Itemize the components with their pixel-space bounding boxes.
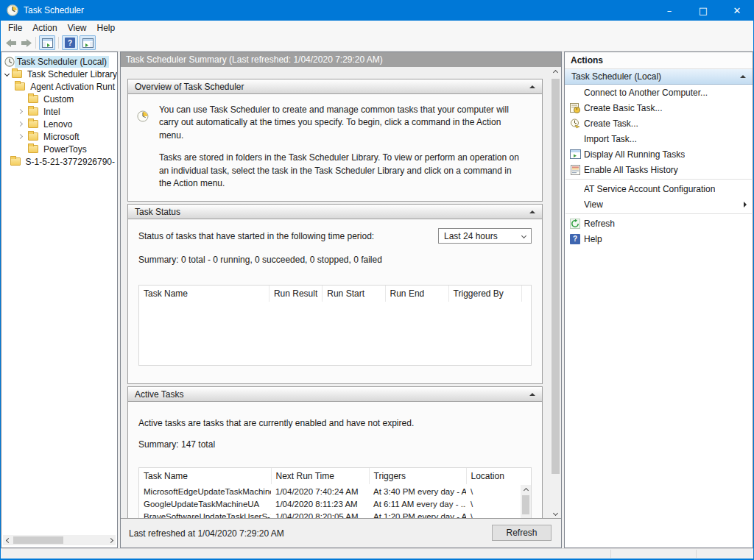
action-pane-icon	[82, 38, 94, 48]
time-period-label: Status of tasks that have started in the…	[138, 231, 374, 241]
location-cell: \	[466, 500, 477, 508]
scrollbar-thumb[interactable]	[522, 495, 529, 514]
column-header[interactable]: Task Name	[139, 468, 271, 484]
chevron-down-icon	[521, 233, 526, 238]
active-tasks-vertical-scrollbar[interactable]	[521, 485, 531, 518]
tree-item-task-scheduler-library[interactable]: Task Scheduler Library	[1, 68, 117, 80]
tree-item-label: Task Scheduler (Local)	[15, 56, 109, 68]
maximize-button[interactable]: □	[686, 0, 720, 21]
scroll-up-icon[interactable]	[521, 485, 531, 495]
action-refresh[interactable]: Refresh	[565, 216, 753, 231]
action-enable-all-tasks-history[interactable]: Enable All Tasks History	[565, 162, 753, 177]
time-period-select[interactable]: Last 24 hours	[438, 228, 532, 244]
action-create-basic-task[interactable]: Create Basic Task...	[565, 100, 753, 116]
create-basic-task-icon	[568, 103, 582, 113]
action-help[interactable]: ? Help	[565, 231, 753, 247]
collapse-icon[interactable]	[529, 85, 535, 88]
column-header[interactable]: Next Run Time	[271, 468, 369, 484]
location-cell: \	[466, 512, 477, 518]
help-toolbar-button[interactable]: ?	[62, 35, 78, 50]
forward-button[interactable]	[18, 36, 33, 49]
action-view[interactable]: View	[565, 196, 753, 212]
menu-view[interactable]: View	[63, 21, 92, 35]
action-item-label: Enable All Tasks History	[584, 165, 678, 175]
back-arrow-icon	[6, 39, 17, 47]
collapse-icon[interactable]	[529, 393, 535, 396]
column-header[interactable]: Location	[466, 468, 531, 484]
active-tasks-section-header[interactable]: Active Tasks	[128, 387, 542, 402]
scroll-right-icon[interactable]	[105, 535, 116, 545]
show-action-pane-button[interactable]	[80, 35, 96, 50]
table-row[interactable]: GoogleUpdateTaskMachineUA 1/04/2020 8:11…	[139, 497, 521, 510]
minimize-button[interactable]: –	[652, 0, 686, 21]
actions-group-header[interactable]: Task Scheduler (Local)	[565, 69, 753, 85]
tree-item-folder[interactable]: S-1-5-21-3772926790-	[1, 155, 117, 168]
overview-section-header[interactable]: Overview of Task Scheduler	[128, 79, 542, 94]
statusbar-separator	[696, 550, 697, 558]
tree-item-label: Agent Activation Runt	[28, 81, 117, 93]
folder-icon	[28, 107, 38, 116]
actions-panel-title: Actions	[565, 52, 753, 69]
collapse-icon[interactable]	[740, 75, 746, 78]
show-console-tree-button[interactable]	[39, 35, 55, 50]
menu-action[interactable]: Action	[27, 21, 62, 35]
column-header[interactable]: Triggers	[369, 468, 466, 484]
tree-item-label: Intel	[41, 106, 63, 118]
tasks-history-icon	[568, 165, 582, 175]
column-header[interactable]: Run End	[385, 286, 448, 302]
submenu-arrow-icon	[744, 202, 747, 208]
scrollbar-thumb[interactable]	[13, 536, 63, 544]
tree-item-folder[interactable]: Lenovo	[1, 118, 117, 130]
table-row[interactable]: MicrosoftEdgeUpdateTaskMachine... 1/04/2…	[139, 485, 521, 497]
overview-paragraph-1: You can use Task Scheduler to create and…	[159, 104, 526, 142]
summary-vertical-scrollbar[interactable]	[550, 67, 561, 518]
action-display-all-running-tasks[interactable]: Display All Running Tasks	[565, 146, 753, 162]
tree-item-folder[interactable]: Agent Activation Runt	[1, 80, 117, 93]
expander-right-icon[interactable]	[15, 110, 25, 113]
summary-footer: Last refreshed at 1/04/2020 7:29:20 AM R…	[121, 518, 561, 547]
window-border	[0, 0, 1, 560]
help-icon: ?	[568, 234, 582, 244]
close-button[interactable]: ✕	[720, 0, 754, 21]
refresh-button[interactable]: Refresh	[492, 525, 552, 541]
tree-horizontal-scrollbar[interactable]	[3, 535, 116, 545]
action-at-service-account-configuration[interactable]: AT Service Account Configuration	[565, 181, 753, 196]
overview-paragraph-2: Tasks are stored in folders in the Task …	[159, 152, 526, 190]
collapse-icon[interactable]	[529, 210, 535, 213]
folder-icon	[15, 82, 25, 91]
overview-clock-icon	[137, 104, 149, 129]
summary-panel: Task Scheduler Summary (Last refreshed: …	[120, 52, 562, 548]
expander-right-icon[interactable]	[15, 122, 25, 126]
column-header[interactable]: Triggered By	[448, 286, 521, 302]
task-status-summary: Summary: 0 total - 0 running, 0 succeede…	[138, 255, 532, 265]
menu-help[interactable]: Help	[92, 21, 121, 35]
menu-file[interactable]: File	[3, 21, 27, 35]
expander-right-icon[interactable]	[15, 135, 25, 138]
tree-item-task-scheduler-local[interactable]: Task Scheduler (Local)	[1, 55, 117, 68]
refresh-icon	[568, 219, 582, 229]
action-connect-to-another-computer[interactable]: Connect to Another Computer...	[565, 85, 753, 100]
action-item-label: AT Service Account Configuration	[584, 184, 715, 194]
scroll-left-icon[interactable]	[3, 535, 13, 545]
scrollbar-thumb[interactable]	[552, 79, 560, 474]
back-button[interactable]	[4, 36, 18, 49]
title-bar: Task Scheduler – □ ✕	[0, 0, 754, 21]
table-row[interactable]: BraveSoftwareUpdateTaskUserS-1-... 1/04/…	[139, 510, 521, 518]
column-header[interactable]: Run Start	[323, 286, 385, 302]
scope-tree: Task Scheduler (Local) Task Scheduler Li…	[1, 52, 117, 523]
column-header[interactable]: Task Name	[139, 286, 269, 302]
expander-down-icon[interactable]	[1, 72, 12, 76]
task-status-section-header[interactable]: Task Status	[128, 205, 542, 219]
action-import-task[interactable]: Import Task...	[565, 131, 753, 146]
action-create-task[interactable]: Create Task...	[565, 116, 753, 131]
scroll-up-icon[interactable]	[550, 67, 560, 77]
scroll-down-icon[interactable]	[550, 508, 560, 518]
action-item-label: Import Task...	[584, 134, 637, 144]
tree-item-folder[interactable]: Microsoft	[1, 130, 117, 143]
column-header[interactable]: Run Result	[269, 286, 322, 302]
tree-item-folder[interactable]: Intel	[1, 105, 117, 118]
tree-item-folder[interactable]: PowerToys	[1, 143, 117, 155]
tree-item-folder[interactable]: Custom	[1, 93, 117, 105]
location-cell: \	[466, 487, 477, 496]
display-running-tasks-icon	[568, 149, 582, 159]
